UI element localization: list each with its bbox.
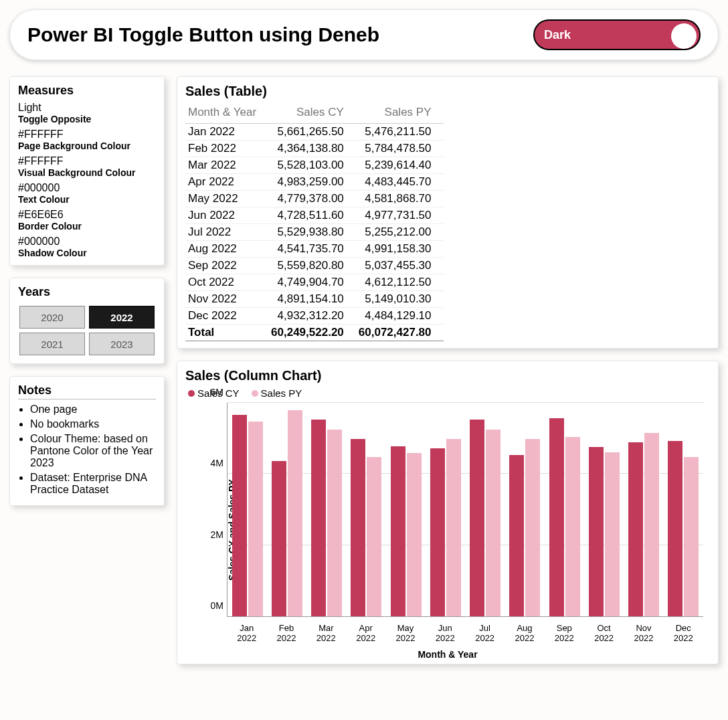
table-cell: 4,991,158.30 <box>356 241 444 258</box>
chart-bar <box>549 418 564 616</box>
chart-bar <box>565 437 580 616</box>
table-cell: Apr 2022 <box>185 174 268 191</box>
chart-x-tick: May2022 <box>385 623 425 644</box>
table-row: Oct 20224,749,904.704,612,112.50 <box>185 274 444 291</box>
chart-x-axis-label: Month & Year <box>185 649 710 660</box>
measure-label: Page Background Colour <box>18 141 156 151</box>
measure-label: Visual Background Colour <box>18 167 156 178</box>
measure-value: #FFFFFF <box>18 128 156 141</box>
sales-chart-card: Sales (Column Chart) Sales CY Sales PY S… <box>177 361 719 664</box>
year-button-2023[interactable]: 2023 <box>89 333 155 355</box>
chart-bar-group <box>545 403 584 616</box>
table-cell: 4,483,445.70 <box>356 174 444 191</box>
table-row: Sep 20225,559,820.805,037,455.30 <box>185 258 444 274</box>
chart-bar <box>628 442 643 616</box>
chart-y-tick: 0M <box>199 600 223 611</box>
table-cell: Aug 2022 <box>185 241 268 258</box>
chart-bar-group <box>227 403 267 616</box>
theme-toggle-label: Dark <box>544 28 571 42</box>
chart-bar-group <box>386 403 426 616</box>
chart-x-tick: Sep2022 <box>545 623 584 644</box>
table-cell: Dec 2022 <box>185 308 268 325</box>
table-total-row: Total60,249,522.2060,072,427.80 <box>185 325 444 341</box>
table-row: Apr 20224,983,259.004,483,445.70 <box>185 174 444 191</box>
notes-card: Notes One pageNo bookmarksColour Theme: … <box>9 376 165 506</box>
measure-value: #FFFFFF <box>18 155 156 167</box>
chart-bar-group <box>267 403 306 616</box>
table-header: Sales PY <box>356 103 444 124</box>
table-cell: 5,037,455.30 <box>356 258 444 274</box>
table-cell: 5,559,820.80 <box>268 258 356 274</box>
table-cell: Oct 2022 <box>185 274 268 291</box>
measures-title: Measures <box>18 84 156 98</box>
table-cell: 5,476,211.50 <box>356 124 444 141</box>
table-row: Jan 20225,661,265.505,476,211.50 <box>185 124 444 141</box>
table-cell: 4,891,154.10 <box>268 291 356 308</box>
table-cell: 4,541,735.70 <box>268 241 356 258</box>
table-row: Dec 20224,932,312.204,484,129.10 <box>185 308 444 325</box>
chart-bar <box>407 453 422 616</box>
note-item: No bookmarks <box>30 418 156 430</box>
table-cell: 4,779,378.00 <box>268 191 356 207</box>
measure-label: Toggle Opposite <box>18 114 156 124</box>
table-row: Feb 20224,364,138.805,784,478.50 <box>185 141 444 157</box>
chart-bar <box>446 439 461 616</box>
table-cell: 4,983,259.00 <box>268 174 356 191</box>
chart-x-tick: Dec2022 <box>664 623 703 644</box>
table-total-cell: 60,249,522.20 <box>268 325 356 341</box>
table-cell: 5,255,212.00 <box>356 224 444 241</box>
table-header: Sales CY <box>268 103 356 124</box>
table-cell: Sep 2022 <box>185 258 268 274</box>
note-item: Colour Theme: based on Pantone Color of … <box>30 433 156 469</box>
chart-x-tick: Oct2022 <box>584 623 624 644</box>
table-cell: 4,581,868.70 <box>356 191 444 207</box>
chart-y-tick: 4M <box>199 458 223 468</box>
measure-value: #000000 <box>18 236 156 248</box>
table-cell: 4,932,312.20 <box>268 308 356 325</box>
chart-bar-group <box>664 403 703 616</box>
chart-bar <box>486 430 500 616</box>
table-row: Jul 20225,529,938.805,255,212.00 <box>185 224 444 241</box>
chart-bar <box>288 410 302 616</box>
table-cell: 5,528,103.00 <box>268 157 356 174</box>
table-cell: 4,977,731.50 <box>356 207 444 224</box>
table-total-cell: Total <box>185 325 268 341</box>
year-button-2021[interactable]: 2021 <box>19 333 85 355</box>
chart-bar-group <box>584 403 624 616</box>
chart-bar <box>470 420 484 616</box>
chart-bar <box>351 439 365 616</box>
measures-card: Measures LightToggle Opposite#FFFFFFPage… <box>9 76 165 266</box>
chart-bar <box>232 415 247 616</box>
theme-toggle[interactable]: Dark <box>533 19 701 50</box>
chart-bar <box>391 446 405 616</box>
chart-bar-group <box>466 403 505 616</box>
measure-value: Light <box>18 102 156 114</box>
measure-label: Text Colour <box>18 194 156 205</box>
years-card: Years 2020202220212023 <box>9 278 165 364</box>
table-cell: Nov 2022 <box>185 291 268 308</box>
year-button-2022[interactable]: 2022 <box>89 306 155 329</box>
sales-chart-title: Sales (Column Chart) <box>185 368 710 383</box>
table-header: Month & Year <box>185 103 268 124</box>
chart-y-tick: 6M <box>199 387 223 397</box>
chart-x-tick: Apr2022 <box>346 623 385 644</box>
chart-x-tick: Nov2022 <box>624 623 663 644</box>
table-cell: 4,364,138.80 <box>268 141 356 157</box>
table-cell: Jul 2022 <box>185 224 268 241</box>
note-item: One page <box>30 403 156 416</box>
measure-value: #E6E6E6 <box>18 209 156 221</box>
chart-bar <box>644 433 659 616</box>
table-cell: Jun 2022 <box>185 207 268 224</box>
table-row: Nov 20224,891,154.105,149,010.30 <box>185 291 444 308</box>
chart-bar <box>525 439 540 616</box>
year-button-2020[interactable]: 2020 <box>19 306 85 329</box>
table-cell: 4,612,112.50 <box>356 274 444 291</box>
table-cell: 4,728,511.60 <box>268 207 356 224</box>
table-cell: 4,749,904.70 <box>268 274 356 291</box>
sales-table: Month & YearSales CYSales PY Jan 20225,6… <box>185 103 444 341</box>
chart-bar-group <box>426 403 465 616</box>
chart-x-tick: Mar2022 <box>306 623 346 644</box>
chart-x-tick: Aug2022 <box>505 623 544 644</box>
table-row: Aug 20224,541,735.704,991,158.30 <box>185 241 444 258</box>
notes-title: Notes <box>18 383 156 399</box>
